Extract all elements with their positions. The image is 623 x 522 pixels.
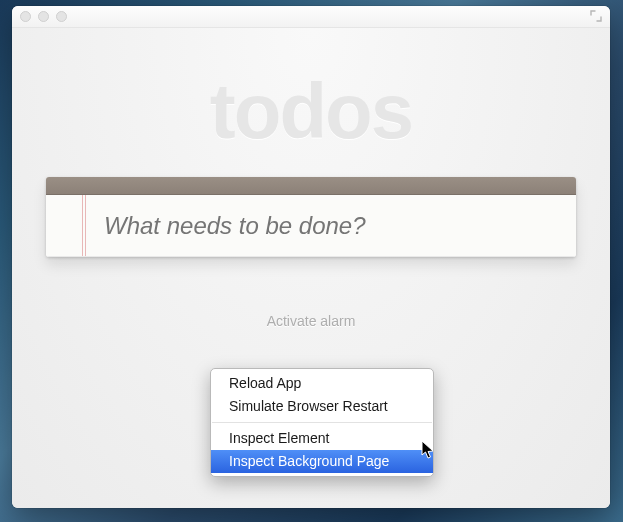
app-window: todos Activate alarm Reload App Simulate… [12, 6, 610, 508]
context-menu-item-simulate-restart[interactable]: Simulate Browser Restart [211, 395, 433, 418]
notebook-rule-lines [82, 195, 86, 256]
todo-card-header [46, 177, 576, 195]
traffic-lights [20, 11, 67, 22]
fullscreen-icon[interactable] [590, 10, 602, 22]
context-menu-item-inspect-element[interactable]: Inspect Element [211, 427, 433, 450]
context-menu-item-reload-app[interactable]: Reload App [211, 372, 433, 395]
activate-alarm-link[interactable]: Activate alarm [12, 313, 610, 329]
context-menu-item-inspect-background-page[interactable]: Inspect Background Page [211, 450, 433, 473]
new-todo-input[interactable] [46, 195, 576, 256]
app-title: todos [12, 28, 610, 157]
context-menu: Reload App Simulate Browser Restart Insp… [210, 368, 434, 477]
close-window-button[interactable] [20, 11, 31, 22]
todo-card [46, 177, 576, 257]
minimize-window-button[interactable] [38, 11, 49, 22]
context-menu-separator [212, 422, 432, 423]
titlebar [12, 6, 610, 28]
todo-input-row [46, 195, 576, 257]
app-content: todos Activate alarm Reload App Simulate… [12, 28, 610, 508]
zoom-window-button[interactable] [56, 11, 67, 22]
